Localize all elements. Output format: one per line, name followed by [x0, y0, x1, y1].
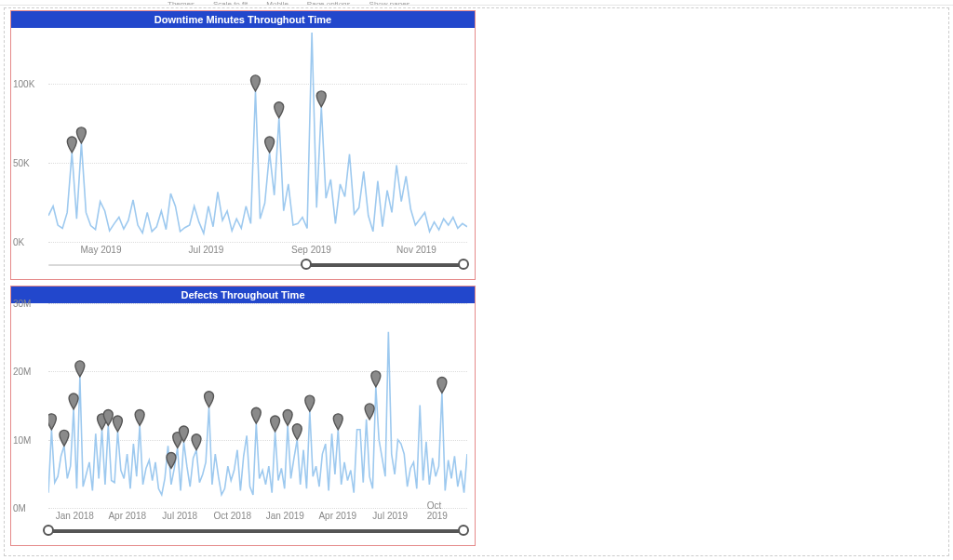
anomaly-marker[interactable]	[48, 414, 56, 430]
chart-body: Jan 2018Apr 2018Jul 2018Oct 2018Jan 2019…	[11, 303, 475, 521]
ribbon-item[interactable]: Show panes	[369, 0, 410, 6]
anomaly-marker[interactable]	[60, 430, 69, 446]
x-tick-label: Nov 2019	[396, 245, 436, 255]
downtime-chart-box[interactable]: Downtime Minutes Throughout Time May 201…	[10, 10, 476, 280]
slider-range	[48, 529, 463, 533]
anomaly-marker[interactable]	[113, 416, 122, 432]
anomaly-marker[interactable]	[371, 371, 381, 387]
slider-handle-start[interactable]	[301, 259, 312, 270]
y-tick-label: 0M	[13, 503, 26, 513]
x-tick-label: Jul 2019	[189, 245, 224, 255]
ribbon-bar: Themes Scale to fit Mobile Page options …	[0, 0, 953, 6]
anomaly-marker[interactable]	[250, 75, 260, 91]
anomaly-marker[interactable]	[135, 409, 144, 425]
x-tick-label: Oct 2018	[213, 511, 251, 521]
anomaly-marker[interactable]	[265, 137, 275, 153]
x-tick-label: Jul 2018	[162, 511, 197, 521]
anomaly-marker[interactable]	[305, 395, 315, 411]
y-tick-label: 30M	[13, 299, 31, 309]
x-tick-label: Jan 2018	[56, 511, 94, 521]
x-tick-label: Apr 2019	[318, 511, 356, 521]
x-tick-label: Apr 2018	[108, 511, 146, 521]
report-canvas[interactable]: Downtime Minutes Throughout Time May 201…	[4, 7, 949, 556]
downtime-line-chart	[48, 28, 467, 241]
y-tick-label: 20M	[13, 367, 31, 377]
ribbon-item[interactable]: Scale to fit	[213, 0, 248, 6]
chart-title: Downtime Minutes Throughout Time	[11, 11, 475, 28]
time-range-slider[interactable]	[48, 257, 463, 273]
chart-title: Defects Throughout Time	[11, 287, 475, 303]
anomaly-marker[interactable]	[76, 127, 86, 143]
slider-handle-end[interactable]	[458, 259, 469, 270]
ribbon-item[interactable]: Mobile	[266, 0, 289, 6]
slider-range	[306, 263, 463, 267]
slider-handle-start[interactable]	[43, 525, 54, 536]
x-tick-label: Sep 2019	[291, 245, 331, 255]
ribbon-item[interactable]: Page options	[307, 0, 351, 6]
anomaly-marker[interactable]	[283, 409, 292, 425]
anomaly-marker[interactable]	[333, 414, 342, 430]
anomaly-marker[interactable]	[316, 91, 326, 107]
x-tick-label: Oct 2019	[427, 500, 459, 521]
x-tick-label: Jan 2019	[266, 511, 304, 521]
y-tick-label: 10M	[13, 434, 31, 445]
anomaly-marker[interactable]	[271, 416, 280, 432]
ribbon-item[interactable]: Themes	[168, 0, 195, 6]
anomaly-marker[interactable]	[365, 404, 374, 420]
anomaly-marker[interactable]	[205, 392, 214, 407]
time-range-slider[interactable]	[48, 523, 463, 540]
anomaly-marker[interactable]	[292, 424, 302, 440]
anomaly-marker[interactable]	[437, 377, 447, 393]
y-tick-label: 50K	[13, 157, 30, 167]
anomaly-marker[interactable]	[251, 407, 261, 423]
anomaly-marker[interactable]	[67, 137, 76, 153]
anomaly-marker[interactable]	[192, 434, 201, 450]
y-tick-label: 0K	[13, 237, 24, 247]
slider-handle-end[interactable]	[458, 525, 469, 536]
defects-line-chart	[48, 303, 467, 507]
x-tick-label: May 2019	[81, 245, 122, 255]
chart-body: May 2019Jul 2019Sep 2019Nov 2019 100K50K…	[11, 28, 475, 255]
defects-chart-box[interactable]: Defects Throughout Time Jan 2018Apr 2018…	[10, 286, 476, 546]
y-tick-label: 100K	[13, 78, 34, 88]
anomaly-marker[interactable]	[75, 361, 85, 377]
anomaly-marker[interactable]	[69, 393, 78, 409]
x-tick-label: Jul 2019	[372, 511, 408, 521]
anomaly-marker[interactable]	[275, 102, 284, 118]
